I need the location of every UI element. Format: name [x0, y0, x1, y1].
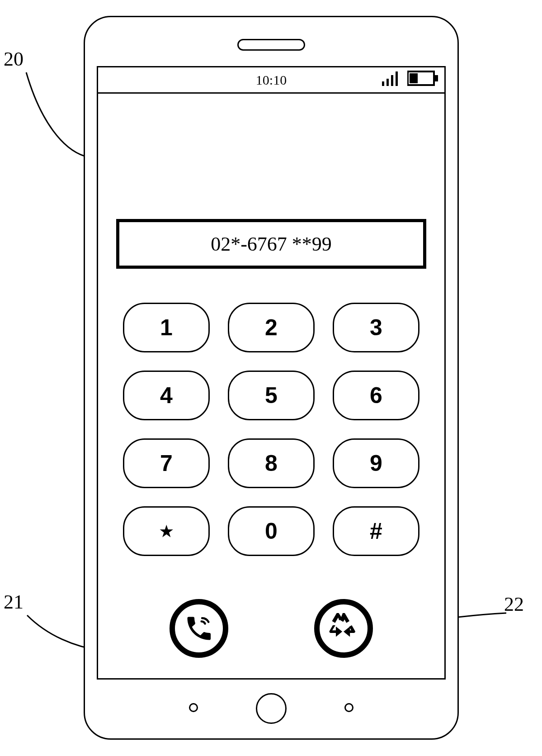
action-row: [98, 594, 444, 662]
key-5[interactable]: 5: [228, 371, 315, 420]
key-8[interactable]: 8: [228, 438, 315, 488]
battery-icon: [407, 70, 439, 90]
callout-label-22: 22: [504, 593, 524, 616]
svg-rect-6: [435, 75, 438, 81]
key-4[interactable]: 4: [123, 371, 210, 420]
phone-icon: [184, 613, 214, 644]
nav-dot-right: [344, 703, 353, 712]
key-0[interactable]: 0: [228, 506, 315, 556]
number-display: 02*-6767 **99: [116, 219, 426, 269]
phone-device: 10:10: [84, 16, 459, 740]
key-7[interactable]: 7: [123, 438, 210, 488]
callout-label-21: 21: [4, 590, 24, 613]
key-1[interactable]: 1: [123, 303, 210, 352]
nav-dot-left: [189, 703, 198, 712]
signal-icon: [382, 71, 403, 89]
status-time: 10:10: [256, 72, 287, 88]
key-hash[interactable]: #: [333, 506, 419, 556]
svg-rect-3: [396, 71, 398, 86]
call-button[interactable]: [170, 599, 228, 658]
home-button[interactable]: [256, 693, 287, 724]
svg-rect-1: [386, 79, 389, 86]
key-6[interactable]: 6: [333, 371, 419, 420]
svg-rect-0: [382, 81, 384, 86]
svg-rect-2: [391, 75, 393, 86]
key-star[interactable]: ★: [123, 506, 210, 556]
keypad: 1 2 3 4 5 6 7 8 9 ★ 0 #: [123, 303, 419, 556]
entered-number: 02*-6767 **99: [211, 233, 332, 256]
status-bar: 10:10: [98, 67, 444, 94]
phone-screen: 10:10: [97, 66, 446, 680]
key-2[interactable]: 2: [228, 303, 315, 352]
recycle-button[interactable]: [314, 599, 373, 658]
key-9[interactable]: 9: [333, 438, 419, 488]
svg-rect-5: [410, 73, 418, 83]
speaker-slot: [237, 39, 305, 51]
key-3[interactable]: 3: [333, 303, 419, 352]
callout-label-20: 20: [4, 48, 24, 71]
recycle-icon: [328, 613, 359, 644]
